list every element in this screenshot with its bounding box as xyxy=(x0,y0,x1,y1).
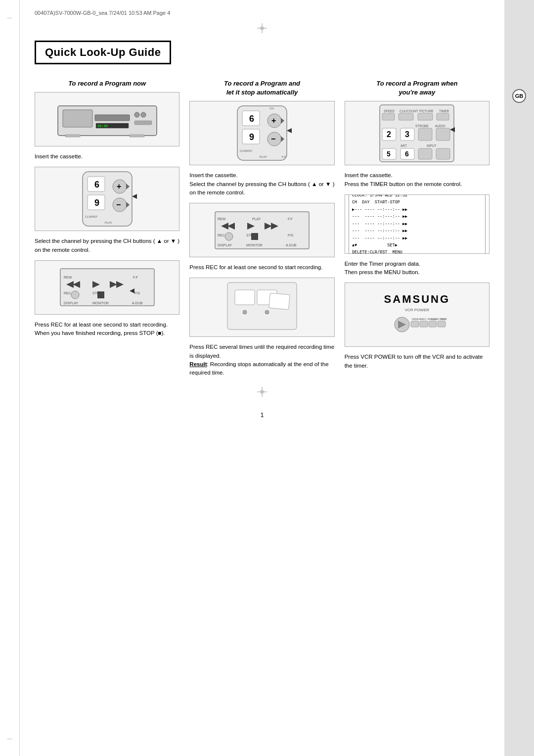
col3-header: To record a Program whenyou're away xyxy=(345,79,490,97)
svg-text:AUDIO: AUDIO xyxy=(435,124,445,128)
svg-text:3: 3 xyxy=(405,130,409,139)
col2-row2-caption: Press REC for at least one second to sta… xyxy=(189,263,334,272)
svg-text:SPEED: SPEED xyxy=(384,109,395,113)
column-record-now: To record a Program now xyxy=(35,79,179,377)
samsung-logo-box: SAMSUNG VCR POWER INDEX REC.SPEED CLK/CO… xyxy=(345,283,489,346)
cassette-display-illustration xyxy=(218,280,307,334)
svg-text:STROBE: STROBE xyxy=(415,124,429,128)
svg-rect-5 xyxy=(95,115,130,121)
svg-text:A.DUB: A.DUB xyxy=(286,243,297,247)
svg-rect-118 xyxy=(438,321,445,327)
svg-rect-4 xyxy=(63,110,92,127)
svg-rect-117 xyxy=(429,321,437,327)
transport-illustration-1: REW F.F REC STOP xyxy=(58,264,157,311)
col2-header-text: To record a Program andlet it stop autom… xyxy=(224,80,300,96)
svg-text:INDEX: INDEX xyxy=(412,318,421,321)
svg-text:PLAY: PLAY xyxy=(260,155,267,158)
svg-point-82 xyxy=(265,310,269,314)
svg-rect-78 xyxy=(235,290,255,305)
svg-point-70 xyxy=(225,233,233,240)
svg-rect-106 xyxy=(418,148,432,159)
samsung-logo-text: SAMSUNG xyxy=(384,293,450,306)
timer-line-1: CLOCK: 1/JAN WED 12:32 xyxy=(352,194,482,199)
gb-badge: GB xyxy=(512,89,526,103)
svg-text:REC: REC xyxy=(64,291,71,295)
svg-point-7 xyxy=(141,112,146,117)
svg-text:PLAY: PLAY xyxy=(105,221,112,224)
column-record-auto-stop: To record a Program andlet it stop autom… xyxy=(189,79,334,377)
timer-line-7: --- ---- --:---:-- ▶▶ xyxy=(352,235,482,242)
svg-point-36 xyxy=(71,291,79,299)
col3-timer-remote-image: SPEED CLK/COUNT PICTURE TIMER STROBE AUD… xyxy=(345,101,490,165)
svg-rect-116 xyxy=(420,321,428,327)
svg-rect-27 xyxy=(60,269,154,306)
col2-remote-image: 6 9 + − CLR/RST PLAY CH F xyxy=(189,101,334,165)
col3-timer-screen: CLOCK: 1/JAN WED 12:32 CH DAY START-STOP… xyxy=(345,194,490,254)
svg-rect-89 xyxy=(399,113,413,120)
svg-text:2: 2 xyxy=(387,130,391,139)
svg-point-81 xyxy=(243,310,247,314)
col1-row3-caption: Press REC for at least one second to sta… xyxy=(35,321,179,338)
svg-text:INPUT: INPUT xyxy=(427,144,437,147)
col1-row2-caption: Select the channel by pressing the CH bu… xyxy=(35,237,179,254)
svg-rect-88 xyxy=(382,113,395,120)
svg-text:−: − xyxy=(271,135,275,143)
svg-marker-26 xyxy=(132,194,137,199)
timer-line-5: --- ---- --:---:-- ▶▶ xyxy=(352,221,482,228)
svg-rect-90 xyxy=(418,113,433,120)
col2-row3-caption: Press REC several times until the requir… xyxy=(189,343,334,377)
svg-text:+: + xyxy=(271,116,276,125)
svg-text:00:00: 00:00 xyxy=(97,124,108,128)
timer-line-6: --- ---- --:---:-- ▶▶ xyxy=(352,228,482,235)
svg-rect-11 xyxy=(65,135,80,137)
col3-row1-caption: Insert the cassette.Press the TIMER butt… xyxy=(345,171,490,189)
svg-rect-8 xyxy=(134,121,152,125)
remote-num-illustration: 6 9 + − CLR/RST xyxy=(73,169,142,229)
page-number: 1 xyxy=(35,412,490,419)
svg-text:CLK/COUNT: CLK/COUNT xyxy=(400,109,418,113)
bottom-crosshair-container xyxy=(35,387,490,397)
main-content: 00407A)SV-7000W-GB-0_sea 7/24/01 10:53 A… xyxy=(20,0,504,756)
svg-text:DISPLAY: DISPLAY xyxy=(218,243,232,247)
right-sidebar: GB xyxy=(504,0,534,756)
vcr-illustration: 00:00 xyxy=(55,96,159,143)
col2-cassette-image xyxy=(189,278,334,337)
svg-text:REC: REC xyxy=(218,234,225,237)
samsung-remote-buttons: INDEX REC.SPEED CLK/COUNT PICT xyxy=(387,312,446,337)
svg-text:5: 5 xyxy=(387,150,391,158)
svg-text:F.F: F.F xyxy=(133,276,138,279)
svg-text:6: 6 xyxy=(249,114,254,124)
svg-text:6: 6 xyxy=(94,180,99,189)
svg-text:PICTURE: PICTURE xyxy=(419,109,434,113)
svg-rect-115 xyxy=(411,321,419,327)
svg-text:CLR/RST: CLR/RST xyxy=(85,215,98,218)
title-box: Quick Look-Up Guide xyxy=(35,41,171,64)
svg-text:MONITOR: MONITOR xyxy=(246,243,263,247)
svg-text:P/S: P/S xyxy=(288,234,294,237)
svg-text:CH: CH xyxy=(269,107,274,110)
col1-transport-image: REW F.F REC STOP xyxy=(35,260,179,315)
col3-row3-caption: Press VCR POWER to turn off the VCR and … xyxy=(345,353,490,370)
page-wrapper: — — 00407A)SV-7000W-GB-0_sea 7/24/01 10:… xyxy=(0,0,534,756)
top-margin-mark: — xyxy=(0,15,19,20)
left-margin: — — xyxy=(0,0,20,756)
svg-text:REW: REW xyxy=(218,217,226,221)
timer-remote-illustration: SPEED CLK/COUNT PICTURE TIMER STROBE AUD… xyxy=(375,102,459,164)
svg-text:PICT: PICT xyxy=(441,318,446,321)
svg-text:F.F: F.F xyxy=(288,217,293,221)
col2-row1-caption: Insert the cassette.Select the channel b… xyxy=(189,171,334,197)
remote-num-illustration-2: 6 9 + − CLR/RST PLAY CH F xyxy=(227,103,297,163)
svg-point-6 xyxy=(134,112,139,117)
svg-rect-91 xyxy=(437,113,449,120)
col2-transport-image: REW PLAY F.F REC STOP P/S DISPLAY xyxy=(189,203,334,257)
timer-line-4: --- ---- --:---:-- ▶▶ xyxy=(352,213,482,220)
svg-text:MONITOR: MONITOR xyxy=(92,301,109,305)
col3-header-text: To record a Program whenyou're away xyxy=(376,80,457,96)
col2-header: To record a Program andlet it stop autom… xyxy=(189,79,334,97)
svg-text:DISPLAY: DISPLAY xyxy=(64,301,78,305)
bottom-margin-mark: — xyxy=(0,736,19,741)
svg-text:A.DUB: A.DUB xyxy=(132,301,143,305)
three-column-layout: To record a Program now xyxy=(35,79,490,377)
svg-rect-12 xyxy=(130,135,144,137)
timer-line-9: DELETE:CLR/RST MENU xyxy=(352,249,482,253)
